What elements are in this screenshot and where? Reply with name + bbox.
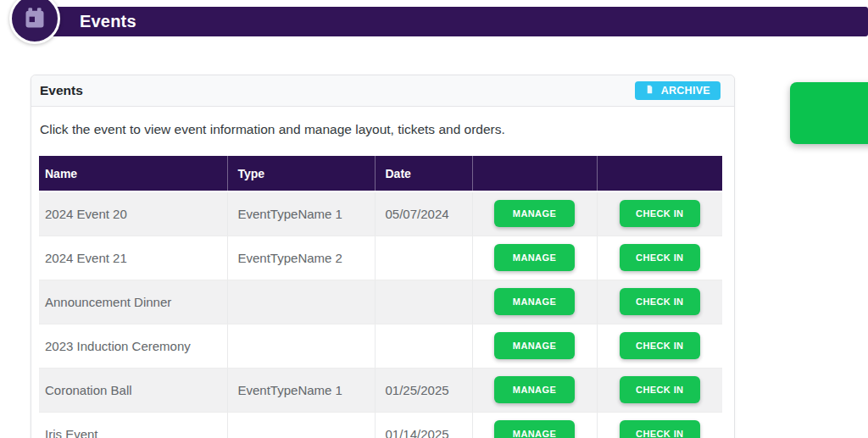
event-date-cell: 01/14/2025 [375, 412, 472, 438]
manage-cell: MANAGE [472, 324, 597, 368]
event-row[interactable]: 2024 Event 20 EventTypeName 1 05/07/2024… [39, 191, 722, 236]
event-name-cell[interactable]: 2024 Event 20 [39, 191, 227, 236]
event-name-cell[interactable]: Iris Event [39, 412, 227, 438]
event-date-cell: 01/25/2025 [375, 368, 472, 412]
event-row[interactable]: Iris Event 01/14/2025 MANAGE CHECK IN [39, 412, 722, 438]
check-in-button[interactable]: CHECK IN [620, 332, 700, 359]
checkin-cell: CHECK IN [597, 412, 722, 438]
checkin-cell: CHECK IN [597, 280, 722, 324]
column-header-date: Date [375, 156, 472, 191]
calendar-icon [23, 3, 47, 34]
event-name-cell[interactable]: 2024 Event 21 [39, 236, 227, 280]
check-in-button[interactable]: CHECK IN [620, 420, 700, 438]
event-type-cell [227, 280, 375, 324]
document-icon [645, 84, 654, 97]
manage-cell: MANAGE [472, 191, 597, 236]
side-panel-button[interactable] [790, 82, 868, 144]
manage-cell: MANAGE [472, 280, 597, 324]
event-type-cell: EventTypeName 1 [227, 368, 375, 412]
event-type-cell [227, 324, 375, 368]
archive-button[interactable]: ARCHIVE [635, 81, 721, 100]
event-type-cell: EventTypeName 1 [227, 191, 375, 236]
event-row[interactable]: Coronation Ball EventTypeName 1 01/25/20… [39, 368, 722, 412]
event-row[interactable]: 2023 Induction Ceremony MANAGE CHECK IN [39, 324, 722, 368]
events-card-header: Events ARCHIVE [31, 75, 734, 107]
manage-button[interactable]: MANAGE [494, 200, 575, 227]
manage-button[interactable]: MANAGE [494, 332, 575, 359]
events-description: Click the event to view event informatio… [40, 120, 726, 139]
manage-button[interactable]: MANAGE [494, 244, 575, 271]
event-type-cell [227, 412, 375, 438]
page-title: Events [80, 12, 136, 31]
checkin-cell: CHECK IN [597, 368, 722, 412]
column-header-type: Type [227, 156, 375, 191]
manage-cell: MANAGE [472, 368, 597, 412]
event-type-cell: EventTypeName 2 [227, 236, 375, 280]
check-in-button[interactable]: CHECK IN [620, 376, 700, 403]
manage-cell: MANAGE [472, 236, 597, 280]
manage-button[interactable]: MANAGE [494, 376, 575, 403]
event-name-cell[interactable]: 2023 Induction Ceremony [39, 324, 227, 368]
calendar-badge [9, 0, 60, 44]
event-name-cell[interactable]: Announcement Dinner [39, 280, 227, 324]
events-card-body: Click the event to view event informatio… [31, 107, 734, 438]
column-header-checkin [597, 156, 722, 191]
event-row[interactable]: 2024 Event 21 EventTypeName 2 MANAGE CHE… [39, 236, 722, 280]
event-date-cell [375, 236, 472, 280]
column-header-manage [472, 156, 597, 191]
column-header-name: Name [39, 156, 227, 191]
card-title: Events [40, 83, 83, 98]
page-header-bar: Events [25, 7, 868, 36]
check-in-button[interactable]: CHECK IN [620, 288, 700, 315]
manage-button[interactable]: MANAGE [494, 420, 575, 438]
event-name-cell[interactable]: Coronation Ball [39, 368, 227, 412]
checkin-cell: CHECK IN [597, 191, 722, 236]
event-date-cell [375, 280, 472, 324]
event-date-cell: 05/07/2024 [375, 191, 472, 236]
event-date-cell [375, 324, 472, 368]
archive-button-label: ARCHIVE [661, 85, 710, 97]
events-table: Name Type Date 2024 Event 20 EventTypeNa… [39, 156, 722, 438]
checkin-cell: CHECK IN [597, 236, 722, 280]
check-in-button[interactable]: CHECK IN [620, 200, 700, 227]
event-row[interactable]: Announcement Dinner MANAGE CHECK IN [39, 280, 722, 324]
events-table-body: 2024 Event 20 EventTypeName 1 05/07/2024… [39, 191, 722, 438]
events-table-head: Name Type Date [39, 156, 722, 191]
events-card: Events ARCHIVE Click the event to view e… [31, 75, 735, 438]
manage-button[interactable]: MANAGE [494, 288, 575, 315]
manage-cell: MANAGE [472, 412, 597, 438]
check-in-button[interactable]: CHECK IN [620, 244, 700, 271]
checkin-cell: CHECK IN [597, 324, 722, 368]
